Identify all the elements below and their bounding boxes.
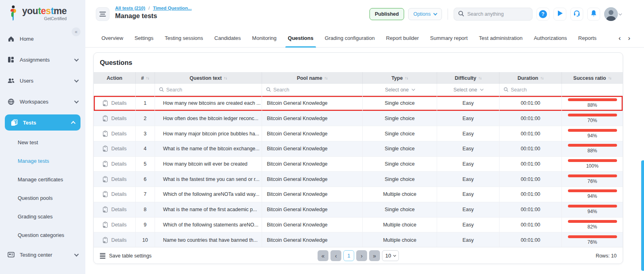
pool-name-filter-input[interactable] [273,87,358,93]
sidebar-subitem-grading-scales[interactable]: Grading scales [0,207,85,226]
brand-subtitle: GetCertified [44,16,67,21]
table-row[interactable]: Details 10 Name two countries that have … [94,232,623,248]
tab-authorizations[interactable]: Authorizations [528,28,572,48]
pool-name: Bitcoin General Knowledge [262,218,363,232]
success-ratio: 82% [562,218,623,232]
sidebar-subitem-manage-tests[interactable]: Manage tests [0,152,85,170]
sidebar-subitem-manage-certificates[interactable]: Manage certificates [0,170,85,189]
table-row[interactable]: Details 8 What is the name of the first … [94,202,623,218]
details-button[interactable]: Details [102,115,126,122]
sidebar-subitem-question-pools[interactable]: Question pools [0,189,85,207]
global-search-input[interactable] [467,11,524,17]
tab-monitoring[interactable]: Monitoring [246,28,282,48]
filter-duration[interactable] [500,84,562,95]
question-text-filter-input[interactable] [166,87,258,93]
table-row[interactable]: Details 3 How many major bitcoin price b… [94,126,623,141]
brand-name: youtestme [22,6,67,16]
vertical-scrollbar[interactable] [641,160,644,271]
duration: 00:01:00 [500,157,562,172]
table-row[interactable]: Details 4 What is the name of the bitcoi… [94,141,623,157]
details-button[interactable]: Details [102,237,126,243]
next-page-button[interactable]: › [356,250,367,261]
last-page-button[interactable]: » [369,250,380,261]
tab-candidates[interactable]: Candidates [209,28,247,48]
notifications-button[interactable] [587,8,600,21]
success-ratio: 76% [562,232,623,247]
duration: 00:01:00 [500,141,562,156]
details-button[interactable]: Details [102,161,126,167]
sort-icon: ↑↓ [324,76,328,80]
headset-icon [573,10,580,19]
filter-pool-name[interactable] [262,84,363,95]
options-button[interactable]: Options [408,8,442,20]
difficulty-filter-select[interactable]: Select one [453,87,483,93]
global-search[interactable] [454,8,533,21]
sidebar-subitem-question-categories[interactable]: Question categories [0,226,85,244]
page-size-select[interactable]: 10 [382,250,399,261]
details-button[interactable]: Details [102,131,126,137]
table-row[interactable]: Details 5 How many bitcoin will ever be … [94,157,623,172]
tab-reports[interactable]: Reports [573,28,599,48]
tab-test-administration[interactable]: Test administration [473,28,528,48]
details-button[interactable]: Details [102,191,126,197]
table-row[interactable]: Details 2 How often does the bitcoin led… [94,111,623,127]
filter-difficulty[interactable]: Select one [437,84,500,95]
column-header-question-text[interactable]: Question text↑↓ [155,72,262,84]
filter-type[interactable]: Select one [363,84,437,95]
pool-name: Bitcoin General Knowledge [262,232,363,247]
column-header-pool-name[interactable]: Pool name↑↓ [262,72,363,84]
tab-questions[interactable]: Questions [282,28,319,48]
support-button[interactable] [570,8,583,21]
question-text: Which of the following statements areNO.… [155,218,262,232]
tab-grading-configuration[interactable]: Grading configuration [319,28,380,48]
table-row[interactable]: Details 6 What is the fastest time you c… [94,172,623,187]
tabs-scroll-right-icon[interactable]: › [628,35,630,42]
table-row[interactable]: Details 7 Which of the following areNOTa… [94,187,623,202]
sidebar-item-users[interactable]: Users [0,70,85,91]
question-text: What is the name of the first academic p… [155,202,262,217]
details-button[interactable]: Details [102,176,126,183]
details-button[interactable]: Details [102,100,126,106]
video-tutorials-button[interactable] [553,8,566,21]
breadcrumb-current-link[interactable]: Timed Question... [153,6,192,10]
current-page-button[interactable]: 1 [343,250,354,261]
tab-settings[interactable]: Settings [129,28,159,48]
filter-question-text[interactable] [155,84,262,95]
table-row[interactable]: Details 9 Which of the following stateme… [94,218,623,233]
sidebar-item-label: Testing center [20,252,52,258]
sidebar-item-assignments[interactable]: Assignments [0,49,85,70]
tab-report-builder[interactable]: Report builder [380,28,425,48]
sidebar-item-label: Users [20,78,33,84]
details-button[interactable]: Details [102,206,126,213]
hamburger-menu-button[interactable] [96,7,109,21]
breadcrumb-all-tests-link[interactable]: All tests (210) [115,6,145,10]
sidebar-collapse-button[interactable]: « [72,27,80,36]
sidebar-item-workspaces[interactable]: Workspaces [0,91,85,112]
help-button[interactable]: ? [537,8,549,21]
success-ratio-bar [568,174,617,177]
previous-page-button[interactable]: ‹ [330,250,341,261]
tab-testing-sessions[interactable]: Testing sessions [159,28,208,48]
tabs-scroll-left-icon[interactable]: ‹ [619,35,621,42]
sidebar-subitem-new-test[interactable]: New test [0,133,85,152]
type-filter-select[interactable]: Select one [385,87,414,93]
column-header-type[interactable]: Type↑↓ [363,72,437,84]
sidebar-item-testing-center[interactable]: Testing center [0,244,85,265]
difficulty: Easy [437,172,500,187]
tab-summary-report[interactable]: Summary report [425,28,473,48]
first-page-button[interactable]: « [318,250,328,261]
row-number: 7 [136,187,155,202]
save-table-settings-button[interactable]: Save table settings [100,247,152,264]
details-button[interactable]: Details [102,222,126,228]
column-header-number[interactable]: #↑↓ [136,72,155,84]
sidebar-item-tests-active[interactable]: Tests [5,114,80,131]
column-header-success-ratio[interactable]: Success ratio↑↓ [562,72,623,84]
table-row[interactable]: Details 1 How many new bitcoins are crea… [94,96,623,111]
column-header-duration[interactable]: Duration↑↓ [500,72,562,84]
details-button[interactable]: Details [102,145,126,152]
duration-filter-input[interactable] [511,87,557,93]
column-header-difficulty[interactable]: Difficulty↑↓ [437,72,500,84]
user-menu[interactable] [604,7,621,21]
tab-overview[interactable]: Overview [96,28,129,48]
row-number: 6 [136,172,155,187]
